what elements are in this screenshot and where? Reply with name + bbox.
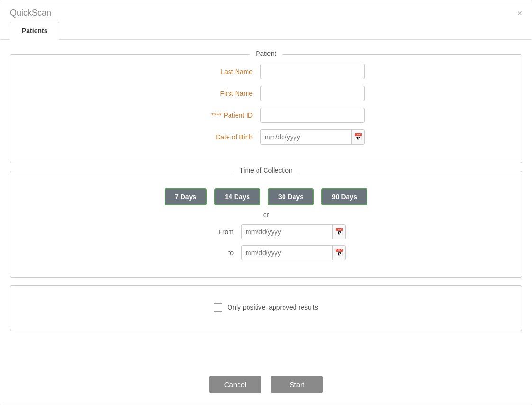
- positive-results-checkbox[interactable]: [214, 303, 222, 312]
- dialog-body: Patient Last Name First Name **** Patien…: [0, 40, 532, 368]
- to-input-wrapper: 📅: [241, 245, 346, 260]
- cancel-button[interactable]: Cancel: [209, 376, 262, 393]
- checkbox-section: Only positive, approved results: [25, 295, 507, 319]
- first-name-row: First Name: [25, 86, 507, 101]
- 90-days-button[interactable]: 90 Days: [321, 188, 367, 205]
- dob-input-wrapper: 📅: [260, 129, 365, 145]
- tabs-bar: Patients: [0, 22, 532, 40]
- collection-section: Time of Collection 7 Days 14 Days 30 Day…: [10, 171, 522, 278]
- to-date-input[interactable]: [242, 246, 332, 260]
- dob-label: Date of Birth: [167, 133, 253, 141]
- from-row: From 📅: [25, 224, 507, 239]
- results-section: Only positive, approved results: [10, 285, 522, 331]
- close-icon[interactable]: ×: [517, 9, 522, 18]
- patient-section: Patient Last Name First Name **** Patien…: [10, 54, 522, 163]
- tab-patients[interactable]: Patients: [10, 22, 59, 40]
- collection-legend: Time of Collection: [234, 166, 298, 174]
- from-date-input[interactable]: [242, 225, 332, 239]
- 7-days-button[interactable]: 7 Days: [165, 188, 207, 205]
- first-name-input[interactable]: [260, 86, 365, 101]
- day-buttons-group: 7 Days 14 Days 30 Days 90 Days: [25, 188, 507, 205]
- patient-id-row: **** Patient ID: [25, 108, 507, 123]
- patient-id-input[interactable]: [260, 108, 365, 123]
- dialog-footer: Cancel Start: [0, 368, 532, 405]
- last-name-input[interactable]: [260, 64, 365, 79]
- dob-row: Date of Birth 📅: [25, 129, 507, 145]
- title-bar: QuickScan ×: [0, 0, 532, 22]
- to-row: to 📅: [25, 245, 507, 260]
- or-label: or: [25, 211, 507, 219]
- to-calendar-icon[interactable]: 📅: [332, 246, 345, 260]
- dialog-title: QuickScan: [10, 8, 51, 18]
- start-button[interactable]: Start: [271, 376, 323, 393]
- 14-days-button[interactable]: 14 Days: [214, 188, 260, 205]
- 30-days-button[interactable]: 30 Days: [268, 188, 314, 205]
- from-input-wrapper: 📅: [241, 224, 346, 239]
- patient-legend: Patient: [250, 50, 282, 57]
- from-label: From: [186, 228, 234, 236]
- positive-results-label: Only positive, approved results: [227, 304, 318, 311]
- to-label: to: [186, 249, 234, 257]
- positive-results-checkbox-wrapper[interactable]: Only positive, approved results: [214, 303, 318, 312]
- from-calendar-icon[interactable]: 📅: [332, 225, 345, 239]
- dob-calendar-icon[interactable]: 📅: [351, 130, 364, 144]
- last-name-row: Last Name: [25, 64, 507, 79]
- patient-id-label: **** Patient ID: [167, 111, 253, 119]
- dob-input[interactable]: [261, 130, 351, 144]
- last-name-label: Last Name: [167, 68, 253, 75]
- quickscan-dialog: QuickScan × Patients Patient Last Name F…: [0, 0, 532, 405]
- first-name-label: First Name: [167, 90, 253, 97]
